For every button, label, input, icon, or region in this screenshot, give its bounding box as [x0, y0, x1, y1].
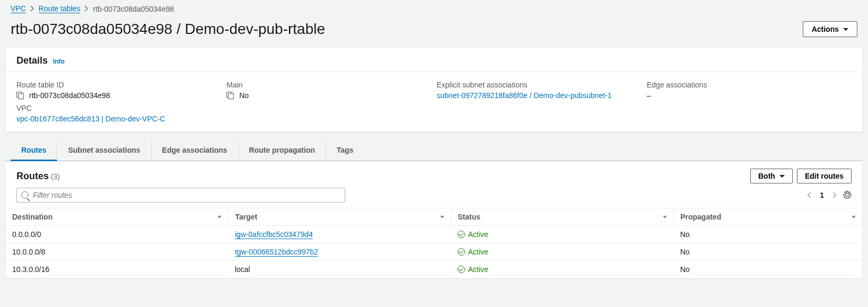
paginator: 1	[808, 190, 852, 200]
caret-down-icon	[843, 28, 848, 31]
status-text: Active	[468, 230, 488, 239]
col-status[interactable]: Status	[451, 208, 674, 226]
search-icon	[21, 191, 29, 199]
tab-route-propagation[interactable]: Route propagation	[239, 141, 326, 161]
status-filter-dropdown[interactable]: Both	[750, 169, 793, 183]
check-circle-icon	[458, 248, 465, 256]
details-panel-title: Details	[16, 55, 48, 66]
field-label: Edge associations	[647, 81, 852, 89]
breadcrumb-root[interactable]: VPC	[11, 4, 26, 13]
cell-target: tgw-00066512bdcc997b2	[229, 243, 451, 261]
caret-down-icon	[779, 175, 785, 178]
table-row: 10.0.0.0/8tgw-00066512bdcc997b2ActiveNo	[6, 243, 862, 261]
cell-status: Active	[451, 261, 674, 278]
tab-routes[interactable]: Routes	[11, 141, 57, 161]
cell-target: local	[229, 261, 451, 278]
tab-edge-associations[interactable]: Edge associations	[152, 141, 239, 161]
chevron-right-icon	[84, 5, 89, 13]
status-filter-label: Both	[758, 172, 775, 180]
col-target[interactable]: Target	[229, 208, 451, 226]
cell-status: Active	[451, 226, 674, 243]
field-label: VPC	[16, 104, 852, 112]
copy-icon[interactable]	[16, 92, 24, 99]
tab-tags[interactable]: Tags	[326, 141, 364, 161]
tab-subnet-associations[interactable]: Subnet associations	[57, 141, 151, 161]
chevron-right-icon	[30, 5, 34, 13]
route-table-id-value: rtb-0073c08da05034e98	[29, 91, 110, 100]
sort-caret-icon	[852, 216, 856, 218]
routes-count: (3)	[51, 172, 60, 181]
status-text: Active	[468, 265, 488, 274]
next-page-button[interactable]	[830, 192, 836, 198]
details-panel: Details Info Route table ID rtb-0073c08d…	[5, 47, 863, 132]
col-propagated[interactable]: Propagated	[674, 208, 862, 226]
filter-routes-input[interactable]	[33, 191, 340, 199]
sort-caret-icon	[440, 216, 444, 218]
field-edge-associations: Edge associations –	[647, 81, 852, 100]
check-circle-icon	[458, 266, 465, 273]
table-row: 10.3.0.0/16localActiveNo	[6, 261, 862, 278]
status-text: Active	[468, 248, 488, 256]
breadcrumb-parent[interactable]: Route tables	[39, 4, 81, 13]
breadcrumb-current: rtb-0073c08da05034e98	[93, 5, 174, 13]
prev-page-button[interactable]	[808, 192, 813, 198]
cell-destination: 10.0.0.0/8	[6, 243, 229, 261]
page-title: rtb-0073c08da05034e98 / Demo-dev-pub-rta…	[11, 21, 325, 38]
gear-icon	[843, 190, 852, 199]
copy-icon[interactable]	[226, 92, 234, 99]
routes-panel: Routes (3) Both Edit routes 1	[5, 161, 863, 279]
field-label: Explicit subnet associations	[437, 81, 642, 89]
actions-button[interactable]: Actions	[803, 21, 857, 37]
cell-status: Active	[451, 243, 674, 261]
field-label: Route table ID	[16, 81, 221, 89]
actions-button-label: Actions	[812, 25, 839, 33]
routes-title: Routes	[16, 171, 49, 181]
settings-gear-button[interactable]	[843, 190, 852, 200]
sort-caret-icon	[663, 216, 667, 218]
field-main: Main No	[226, 81, 431, 100]
cell-propagated: No	[674, 243, 862, 261]
field-label: Main	[226, 81, 431, 89]
field-vpc: VPC vpc-0b1677c8ec56dc813 | Demo-dev-VPC…	[16, 104, 852, 123]
field-explicit-subnet-associations: Explicit subnet associations subnet-0972…	[437, 81, 642, 100]
edge-associations-value: –	[647, 91, 651, 100]
target-link[interactable]: igw-0afccfbc5c03479d4	[235, 230, 313, 239]
cell-target: igw-0afccfbc5c03479d4	[229, 226, 451, 243]
sort-caret-icon	[217, 216, 222, 218]
edit-routes-button[interactable]: Edit routes	[797, 169, 852, 183]
page-number: 1	[820, 191, 824, 199]
page-header: rtb-0073c08da05034e98 / Demo-dev-pub-rta…	[0, 17, 868, 47]
tabs: Routes Subnet associations Edge associat…	[5, 141, 863, 161]
info-link[interactable]: Info	[53, 58, 65, 65]
table-row: 0.0.0.0/0igw-0afccfbc5c03479d4ActiveNo	[6, 226, 862, 243]
breadcrumb: VPC Route tables rtb-0073c08da05034e98	[0, 0, 868, 17]
target-link[interactable]: tgw-00066512bdcc997b2	[235, 248, 318, 257]
filter-routes-field[interactable]	[16, 188, 345, 203]
main-value: No	[239, 91, 249, 100]
cell-propagated: No	[674, 226, 862, 243]
col-destination[interactable]: Destination	[6, 208, 229, 226]
subnet-association-link[interactable]: subnet-0972789218fa86f0e / Demo-dev-pubs…	[437, 91, 612, 100]
cell-destination: 0.0.0.0/0	[6, 226, 229, 243]
cell-destination: 10.3.0.0/16	[6, 261, 229, 278]
cell-propagated: No	[674, 261, 862, 278]
vpc-link[interactable]: vpc-0b1677c8ec56dc813 | Demo-dev-VPC-C	[16, 115, 165, 123]
field-route-table-id: Route table ID rtb-0073c08da05034e98	[16, 81, 221, 100]
routes-table: Destination Target Status Propagated 0.0…	[6, 208, 862, 278]
check-circle-icon	[458, 231, 465, 238]
